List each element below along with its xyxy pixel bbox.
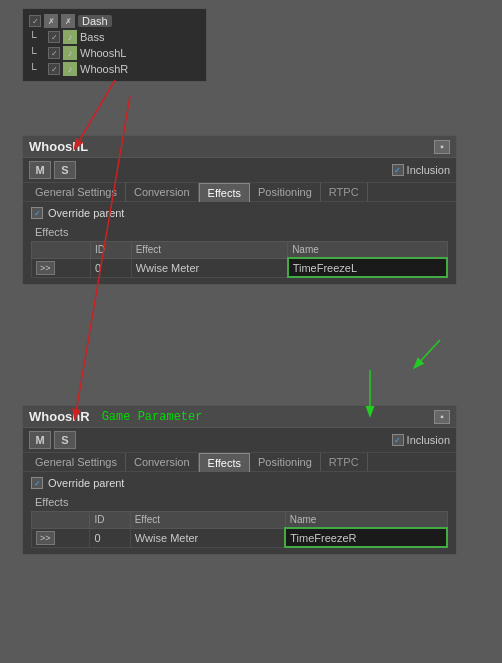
whooshl-tab-positioning[interactable]: Positioning [250,183,321,201]
whooshl-m-button[interactable]: M [29,161,51,179]
whooshr-tabs: General Settings Conversion Effects Posi… [23,453,456,472]
whooshl-inclusion: ✓ Inclusion [392,164,450,176]
whooshr-header-left: WhooshR Game Parameter [29,409,202,424]
whooshr-table-header-row: ID Effect Name [32,512,448,529]
whooshr-tab-conversion[interactable]: Conversion [126,453,199,471]
svg-line-3 [415,340,440,367]
whooshr-row-effect: Wwise Meter [130,528,285,547]
whooshr-game-param: Game Parameter [102,410,203,424]
dash-type-icon2: ✗ [61,14,75,28]
whooshl-table-row: >> 0 Wwise Meter TimeFreezeL [32,258,448,277]
indent-spacer2: └ [29,47,45,59]
whooshl-ms-row: M S ✓ Inclusion [23,158,456,183]
whooshr-effects-label: Effects [31,496,448,508]
whooshr-title: WhooshR [29,409,90,424]
whooshl-effects-section: Effects ID Effect Name >> 0 Wwise Meter … [23,224,456,284]
whooshl-tab-effects[interactable]: Effects [199,183,250,202]
whooshl-tabs: General Settings Conversion Effects Posi… [23,183,456,202]
whooshr-tab-effects[interactable]: Effects [199,453,250,472]
whooshr-row-id: 0 [90,528,130,547]
whooshl-inclusion-checkbox[interactable]: ✓ [392,164,404,176]
whooshr-inclusion: ✓ Inclusion [392,434,450,446]
whooshl-arrow-btn[interactable]: >> [36,261,55,275]
whooshl-header-right: ▪ [434,140,450,154]
whooshr-row-name: TimeFreezeR [285,528,447,547]
whooshr-inclusion-label: Inclusion [407,434,450,446]
tree-item-dash[interactable]: ✓ ✗ ✗ Dash [29,13,200,29]
bass-label: Bass [80,31,104,43]
bass-type-icon: ♪ [63,30,77,44]
whooshr-ms-buttons: M S [29,431,76,449]
whooshl-title: WhooshL [29,139,88,154]
dash-checkbox[interactable]: ✓ [29,15,41,27]
whooshr-effects-section: Effects ID Effect Name >> 0 Wwise Meter … [23,494,456,554]
whooshr-col-arrow [32,512,90,529]
whooshl-header: WhooshL ▪ [23,136,456,158]
indent-spacer: └ [29,31,45,43]
whooshr-header: WhooshR Game Parameter ▪ [23,406,456,428]
whooshl-col-arrow [32,242,91,259]
whooshl-ms-buttons: M S [29,161,76,179]
arrows-overlay [0,0,502,663]
whooshl-effects-label: Effects [31,226,448,238]
whooshl-table-header-row: ID Effect Name [32,242,448,259]
whooshr-override-label: Override parent [48,477,124,489]
whooshl-type-icon: ♪ [63,46,77,60]
whooshl-tree-label: WhooshL [80,47,126,59]
whooshl-col-name: Name [288,242,447,259]
dash-type-icon1: ✗ [44,14,58,28]
whooshl-inclusion-label: Inclusion [407,164,450,176]
whooshr-inclusion-checkbox[interactable]: ✓ [392,434,404,446]
whooshl-override-row: ✓ Override parent [23,202,456,224]
whooshl-override-checkbox[interactable]: ✓ [31,207,43,219]
whooshr-arrow-btn[interactable]: >> [36,531,55,545]
whooshr-col-id: ID [90,512,130,529]
bass-checkbox[interactable]: ✓ [48,31,60,43]
whooshl-panel: WhooshL ▪ M S ✓ Inclusion General Settin… [22,135,457,285]
dash-label: Dash [78,15,112,27]
whooshl-row-name: TimeFreezeL [288,258,447,277]
whooshl-override-label: Override parent [48,207,124,219]
whooshl-col-id: ID [90,242,131,259]
whooshr-collapse-btn[interactable]: ▪ [434,410,450,424]
whooshl-row-arrow[interactable]: >> [32,258,91,277]
whooshr-tree-label: WhooshR [80,63,128,75]
whooshl-s-button[interactable]: S [54,161,76,179]
tree-panel: ✓ ✗ ✗ Dash └ ✓ ♪ Bass └ ✓ ♪ WhooshL └ ✓ … [22,8,207,82]
whooshl-collapse-btn[interactable]: ▪ [434,140,450,154]
whooshl-tab-general[interactable]: General Settings [27,183,126,201]
whooshl-tab-rtpc[interactable]: RTPC [321,183,368,201]
tree-item-bass[interactable]: └ ✓ ♪ Bass [29,29,200,45]
whooshr-table-row: >> 0 Wwise Meter TimeFreezeR [32,528,448,547]
whooshr-s-button[interactable]: S [54,431,76,449]
whooshr-m-button[interactable]: M [29,431,51,449]
tree-item-whooshr[interactable]: └ ✓ ♪ WhooshR [29,61,200,77]
whooshr-type-icon: ♪ [63,62,77,76]
whooshr-panel: WhooshR Game Parameter ▪ M S ✓ Inclusion… [22,405,457,555]
whooshl-col-effect: Effect [131,242,288,259]
whooshr-checkbox[interactable]: ✓ [48,63,60,75]
tree-item-whooshl[interactable]: └ ✓ ♪ WhooshL [29,45,200,61]
whooshr-header-right: ▪ [434,410,450,424]
whooshl-checkbox[interactable]: ✓ [48,47,60,59]
whooshr-col-effect: Effect [130,512,285,529]
whooshr-row-arrow[interactable]: >> [32,528,90,547]
whooshl-row-id: 0 [90,258,131,277]
whooshl-row-effect: Wwise Meter [131,258,288,277]
whooshr-override-checkbox[interactable]: ✓ [31,477,43,489]
whooshr-effects-table: ID Effect Name >> 0 Wwise Meter TimeFree… [31,511,448,548]
whooshr-tab-positioning[interactable]: Positioning [250,453,321,471]
whooshl-tab-conversion[interactable]: Conversion [126,183,199,201]
whooshr-col-name: Name [285,512,447,529]
whooshr-tab-general[interactable]: General Settings [27,453,126,471]
whooshr-ms-row: M S ✓ Inclusion [23,428,456,453]
whooshr-override-row: ✓ Override parent [23,472,456,494]
indent-spacer3: └ [29,63,45,75]
whooshr-tab-rtpc[interactable]: RTPC [321,453,368,471]
whooshl-effects-table: ID Effect Name >> 0 Wwise Meter TimeFree… [31,241,448,278]
